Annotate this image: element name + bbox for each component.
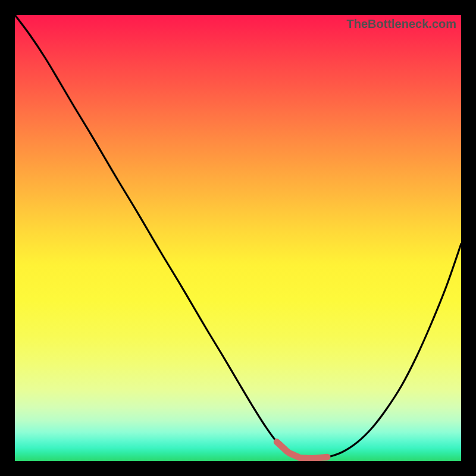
plot-area: TheBottleneck.com xyxy=(15,15,461,461)
optimal-range-highlight xyxy=(15,15,461,461)
chart-frame: TheBottleneck.com xyxy=(0,0,476,476)
watermark-text: TheBottleneck.com xyxy=(347,17,456,31)
